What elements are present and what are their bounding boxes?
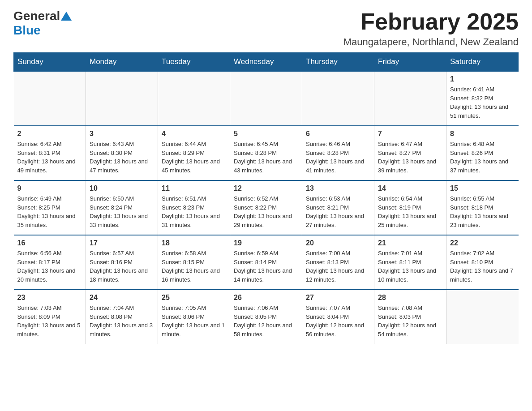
calendar-cell: 1Sunrise: 6:41 AMSunset: 8:32 PMDaylight… — [446, 71, 519, 126]
day-number: 22 — [450, 239, 515, 247]
page-title: February 2025 — [343, 9, 519, 34]
calendar-cell: 4Sunrise: 6:44 AMSunset: 8:29 PMDaylight… — [158, 126, 230, 180]
day-info: Sunrise: 7:01 AMSunset: 8:11 PMDaylight:… — [378, 249, 442, 284]
day-info: Sunrise: 7:03 AMSunset: 8:09 PMDaylight:… — [17, 304, 82, 338]
calendar-cell: 9Sunrise: 6:49 AMSunset: 8:25 PMDaylight… — [14, 180, 86, 235]
calendar-cell: 19Sunrise: 6:59 AMSunset: 8:14 PMDayligh… — [230, 235, 302, 290]
calendar-cell — [302, 71, 374, 126]
day-number: 21 — [378, 239, 442, 247]
day-info: Sunrise: 7:07 AMSunset: 8:04 PMDaylight:… — [306, 304, 370, 338]
day-number: 14 — [378, 184, 442, 193]
calendar-cell: 20Sunrise: 7:00 AMSunset: 8:13 PMDayligh… — [302, 235, 374, 290]
day-number: 3 — [90, 130, 154, 138]
calendar-cell — [374, 71, 446, 126]
day-info: Sunrise: 6:52 AMSunset: 8:22 PMDaylight:… — [234, 194, 298, 229]
day-info: Sunrise: 6:47 AMSunset: 8:27 PMDaylight:… — [378, 140, 442, 175]
calendar-cell: 3Sunrise: 6:43 AMSunset: 8:30 PMDaylight… — [86, 126, 158, 180]
calendar-cell: 18Sunrise: 6:58 AMSunset: 8:15 PMDayligh… — [158, 235, 230, 290]
logo-general-text: General — [13, 9, 60, 23]
day-number: 16 — [17, 239, 82, 247]
day-number: 15 — [450, 184, 515, 193]
day-info: Sunrise: 6:59 AMSunset: 8:14 PMDaylight:… — [234, 249, 298, 284]
day-number: 10 — [90, 184, 154, 193]
calendar-cell: 2Sunrise: 6:42 AMSunset: 8:31 PMDaylight… — [14, 126, 86, 180]
calendar-cell: 17Sunrise: 6:57 AMSunset: 8:16 PMDayligh… — [86, 235, 158, 290]
calendar-cell: 24Sunrise: 7:04 AMSunset: 8:08 PMDayligh… — [86, 290, 158, 344]
header-saturday: Saturday — [446, 53, 519, 72]
calendar-cell: 15Sunrise: 6:55 AMSunset: 8:18 PMDayligh… — [446, 180, 519, 235]
calendar-cell — [230, 71, 302, 126]
page-header: General Blue February 2025 Maungatapere,… — [13, 9, 519, 48]
calendar-week-row: 9Sunrise: 6:49 AMSunset: 8:25 PMDaylight… — [14, 180, 519, 235]
header-wednesday: Wednesday — [230, 53, 302, 72]
calendar-cell: 10Sunrise: 6:50 AMSunset: 8:24 PMDayligh… — [86, 180, 158, 235]
day-number: 4 — [162, 130, 226, 138]
calendar-cell — [158, 71, 230, 126]
day-number: 24 — [90, 294, 154, 302]
day-info: Sunrise: 6:49 AMSunset: 8:25 PMDaylight:… — [17, 194, 82, 229]
day-number: 11 — [162, 184, 226, 193]
day-number: 6 — [306, 130, 370, 138]
logo-triangle-icon — [61, 12, 72, 21]
calendar-week-row: 16Sunrise: 6:56 AMSunset: 8:17 PMDayligh… — [14, 235, 519, 290]
calendar-cell: 28Sunrise: 7:08 AMSunset: 8:03 PMDayligh… — [374, 290, 446, 344]
day-number: 7 — [378, 130, 442, 138]
calendar-cell — [446, 290, 519, 344]
calendar-week-row: 1Sunrise: 6:41 AMSunset: 8:32 PMDaylight… — [14, 71, 519, 126]
day-info: Sunrise: 6:42 AMSunset: 8:31 PMDaylight:… — [17, 140, 82, 175]
day-info: Sunrise: 6:43 AMSunset: 8:30 PMDaylight:… — [90, 140, 154, 175]
calendar-header-row: SundayMondayTuesdayWednesdayThursdayFrid… — [14, 53, 519, 72]
day-number: 1 — [450, 75, 515, 83]
header-tuesday: Tuesday — [158, 53, 230, 72]
day-info: Sunrise: 6:55 AMSunset: 8:18 PMDaylight:… — [450, 194, 515, 229]
day-number: 5 — [234, 130, 298, 138]
day-number: 25 — [162, 294, 226, 302]
day-number: 19 — [234, 239, 298, 247]
day-info: Sunrise: 6:50 AMSunset: 8:24 PMDaylight:… — [90, 194, 154, 229]
day-number: 17 — [90, 239, 154, 247]
day-info: Sunrise: 6:41 AMSunset: 8:32 PMDaylight:… — [450, 85, 515, 120]
day-info: Sunrise: 6:44 AMSunset: 8:29 PMDaylight:… — [162, 140, 226, 175]
calendar-cell: 26Sunrise: 7:06 AMSunset: 8:05 PMDayligh… — [230, 290, 302, 344]
calendar-cell: 7Sunrise: 6:47 AMSunset: 8:27 PMDaylight… — [374, 126, 446, 180]
calendar-cell: 12Sunrise: 6:52 AMSunset: 8:22 PMDayligh… — [230, 180, 302, 235]
day-info: Sunrise: 6:46 AMSunset: 8:28 PMDaylight:… — [306, 140, 370, 175]
page-subtitle: Maungatapere, Northland, New Zealand — [343, 36, 519, 48]
calendar-table: SundayMondayTuesdayWednesdayThursdayFrid… — [13, 52, 519, 344]
calendar-cell: 22Sunrise: 7:02 AMSunset: 8:10 PMDayligh… — [446, 235, 519, 290]
header-friday: Friday — [374, 53, 446, 72]
day-info: Sunrise: 6:53 AMSunset: 8:21 PMDaylight:… — [306, 194, 370, 229]
calendar-week-row: 23Sunrise: 7:03 AMSunset: 8:09 PMDayligh… — [14, 290, 519, 344]
calendar-cell: 14Sunrise: 6:54 AMSunset: 8:19 PMDayligh… — [374, 180, 446, 235]
day-info: Sunrise: 6:58 AMSunset: 8:15 PMDaylight:… — [162, 249, 226, 284]
calendar-week-row: 2Sunrise: 6:42 AMSunset: 8:31 PMDaylight… — [14, 126, 519, 180]
calendar-cell: 5Sunrise: 6:45 AMSunset: 8:28 PMDaylight… — [230, 126, 302, 180]
header-thursday: Thursday — [302, 53, 374, 72]
header-monday: Monday — [86, 53, 158, 72]
calendar-cell — [14, 71, 86, 126]
calendar-cell: 23Sunrise: 7:03 AMSunset: 8:09 PMDayligh… — [14, 290, 86, 344]
day-number: 18 — [162, 239, 226, 247]
day-number: 23 — [17, 294, 82, 302]
day-info: Sunrise: 6:51 AMSunset: 8:23 PMDaylight:… — [162, 194, 226, 229]
header-sunday: Sunday — [14, 53, 86, 72]
logo-blue-text: Blue — [13, 23, 41, 38]
day-info: Sunrise: 6:48 AMSunset: 8:26 PMDaylight:… — [450, 140, 515, 175]
calendar-cell: 25Sunrise: 7:05 AMSunset: 8:06 PMDayligh… — [158, 290, 230, 344]
calendar-cell: 13Sunrise: 6:53 AMSunset: 8:21 PMDayligh… — [302, 180, 374, 235]
day-number: 28 — [378, 294, 442, 302]
day-number: 9 — [17, 184, 82, 193]
day-info: Sunrise: 6:57 AMSunset: 8:16 PMDaylight:… — [90, 249, 154, 284]
day-info: Sunrise: 7:02 AMSunset: 8:10 PMDaylight:… — [450, 249, 515, 284]
day-number: 26 — [234, 294, 298, 302]
day-info: Sunrise: 7:00 AMSunset: 8:13 PMDaylight:… — [306, 249, 370, 284]
day-number: 13 — [306, 184, 370, 193]
day-info: Sunrise: 6:54 AMSunset: 8:19 PMDaylight:… — [378, 194, 442, 229]
day-number: 8 — [450, 130, 515, 138]
title-area: February 2025 Maungatapere, Northland, N… — [343, 9, 519, 48]
day-info: Sunrise: 6:56 AMSunset: 8:17 PMDaylight:… — [17, 249, 82, 284]
calendar-cell: 16Sunrise: 6:56 AMSunset: 8:17 PMDayligh… — [14, 235, 86, 290]
day-info: Sunrise: 7:08 AMSunset: 8:03 PMDaylight:… — [378, 304, 442, 338]
calendar-cell: 11Sunrise: 6:51 AMSunset: 8:23 PMDayligh… — [158, 180, 230, 235]
calendar-cell: 21Sunrise: 7:01 AMSunset: 8:11 PMDayligh… — [374, 235, 446, 290]
